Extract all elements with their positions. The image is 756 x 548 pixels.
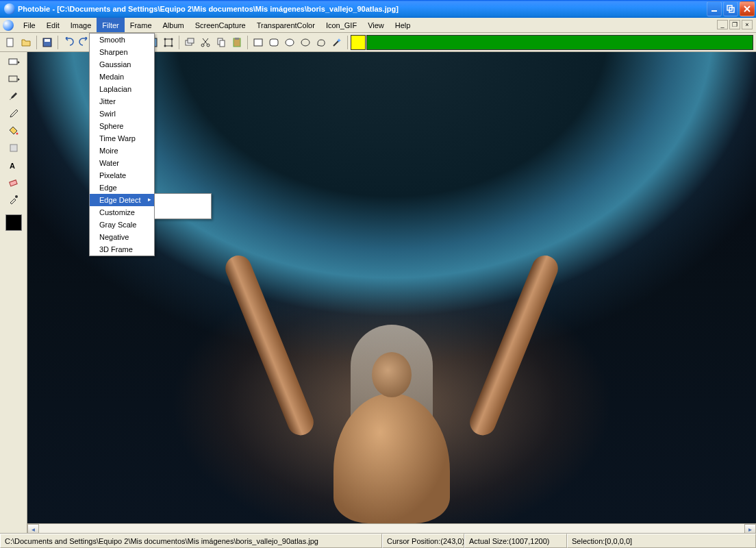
filter-timewarp[interactable]: Time Warp (90, 132, 154, 145)
filter-water[interactable]: Water (90, 157, 154, 169)
scroll-track[interactable] (39, 524, 744, 533)
freeform-button[interactable] (314, 35, 329, 50)
filter-swirl[interactable]: Swirl (90, 108, 154, 120)
current-color-box[interactable] (5, 214, 22, 231)
close-button[interactable] (740, 1, 755, 16)
svg-rect-0 (711, 10, 717, 12)
menubar-app-icon (3, 20, 14, 31)
svg-line-35 (333, 40, 339, 46)
filter-3dframe[interactable]: 3D Frame (90, 243, 154, 256)
separator-icon (347, 36, 348, 49)
svg-point-20 (171, 45, 173, 47)
crop-tool[interactable] (4, 72, 23, 87)
magic-wand-button[interactable] (329, 35, 344, 50)
menu-view[interactable]: View (362, 18, 390, 32)
ellipse-select-button[interactable] (282, 35, 297, 50)
filter-edge[interactable]: Edge (90, 182, 154, 194)
window-buttons (707, 1, 755, 16)
menu-transparentcolor[interactable]: TransparentColor (251, 18, 320, 32)
svg-point-34 (301, 39, 310, 46)
minimize-button[interactable] (707, 1, 722, 16)
status-cursor-label: Cursor Position: (387, 537, 440, 545)
filter-gaussian[interactable]: Gaussian (90, 58, 154, 71)
select-tool[interactable] (4, 55, 23, 70)
status-path: C:\Documents and Settings\Equipo 2\Mis d… (0, 534, 382, 548)
filter-pixelate[interactable]: Pixelate (90, 169, 154, 182)
cut-button[interactable] (198, 35, 213, 50)
separator-icon (36, 36, 37, 49)
status-size-label: Actual Size: (469, 537, 509, 545)
text-tool[interactable]: A (4, 158, 23, 173)
menubar: File Edit Image Filter Frame Album Scree… (0, 18, 756, 33)
filter-edgedetect-label: Edge Detect (99, 196, 141, 204)
foreground-color-swatch[interactable] (351, 35, 366, 50)
svg-rect-31 (254, 39, 262, 46)
layers-button[interactable] (182, 35, 197, 50)
mdi-close-button[interactable]: × (742, 20, 753, 29)
app-name-text: Photobie (18, 5, 50, 13)
filter-dropdown: Smooth Sharpen Gaussian Medain Laplacian… (89, 33, 155, 256)
menu-screencapture[interactable]: ScreenCapture (190, 18, 251, 32)
pencil-tool[interactable] (4, 106, 23, 121)
clone-tool[interactable] (4, 140, 23, 155)
svg-rect-36 (9, 59, 17, 64)
filter-sphere[interactable]: Sphere (90, 120, 154, 132)
brush-tool[interactable] (4, 89, 23, 104)
paste-button[interactable] (229, 35, 244, 50)
svg-rect-22 (188, 38, 194, 43)
filter-edgedetect[interactable]: Edge Detect Vertical Horizontal (90, 194, 154, 206)
menu-album[interactable]: Album (158, 18, 190, 32)
eyedropper-tool[interactable] (4, 192, 23, 207)
menu-image[interactable]: Image (65, 18, 97, 32)
filter-negative[interactable]: Negative (90, 231, 154, 243)
edgedetect-vertical[interactable]: Vertical (155, 194, 211, 206)
scroll-right-button[interactable]: ► (744, 524, 756, 533)
window-titlebar: Photobie - [C:\Documents and Settings\Eq… (0, 0, 756, 18)
filter-medain[interactable]: Medain (90, 71, 154, 83)
open-button[interactable] (18, 35, 34, 50)
menu-file[interactable]: File (18, 18, 41, 32)
statusbar: C:\Documents and Settings\Equipo 2\Mis d… (0, 533, 756, 548)
fill-tool[interactable] (4, 123, 23, 138)
menu-frame[interactable]: Frame (125, 18, 158, 32)
rect-select-button[interactable] (251, 35, 266, 50)
status-size-value: (1007,1200) (509, 537, 549, 545)
status-cursor: Cursor Position: (243,0) (382, 534, 464, 548)
rounded-rect-button[interactable] (266, 35, 281, 50)
svg-point-42 (15, 195, 18, 198)
save-button[interactable] (40, 35, 55, 50)
status-selection-label: Selection: (572, 537, 605, 545)
menu-edit[interactable]: Edit (41, 18, 65, 32)
menu-icon-gif[interactable]: Icon_GIF (320, 18, 362, 32)
status-size: Actual Size: (1007,1200) (464, 534, 567, 548)
ellipse-outline-button[interactable] (298, 35, 313, 50)
filter-moire[interactable]: Moire (90, 145, 154, 157)
new-button[interactable] (3, 35, 18, 50)
horizontal-scrollbar[interactable]: ◄ ► (27, 523, 756, 533)
transform-button[interactable] (161, 35, 176, 50)
mdi-minimize-button[interactable]: _ (717, 20, 728, 29)
edgedetect-horizontal[interactable]: Horizontal (155, 206, 211, 219)
menu-help[interactable]: Help (390, 18, 416, 32)
mdi-restore-button[interactable]: ❐ (729, 20, 740, 29)
filter-smooth[interactable]: Smooth (90, 34, 154, 46)
filter-laplacian[interactable]: Laplacian (90, 83, 154, 95)
color-bar[interactable] (366, 35, 753, 50)
filter-grayscale[interactable]: Gray Scale (90, 219, 154, 231)
filter-sharpen[interactable]: Sharpen (90, 46, 154, 58)
edgedetect-submenu: Vertical Horizontal (154, 193, 212, 219)
scroll-left-button[interactable]: ◄ (27, 524, 39, 533)
undo-button[interactable] (61, 35, 76, 50)
filter-customize[interactable]: Customize (90, 206, 154, 219)
eraser-tool[interactable] (4, 175, 23, 190)
svg-rect-39 (10, 145, 17, 151)
filter-jitter[interactable]: Jitter (90, 95, 154, 108)
status-selection: Selection: [0,0,0,0] (567, 534, 756, 548)
svg-rect-37 (9, 76, 17, 82)
menu-filter[interactable]: Filter (97, 18, 124, 32)
svg-text:A: A (10, 162, 15, 170)
maximize-button[interactable] (723, 1, 738, 16)
window-title: Photobie - [C:\Documents and Settings\Eq… (18, 4, 707, 14)
copy-button[interactable] (214, 35, 229, 50)
svg-line-25 (203, 38, 208, 45)
